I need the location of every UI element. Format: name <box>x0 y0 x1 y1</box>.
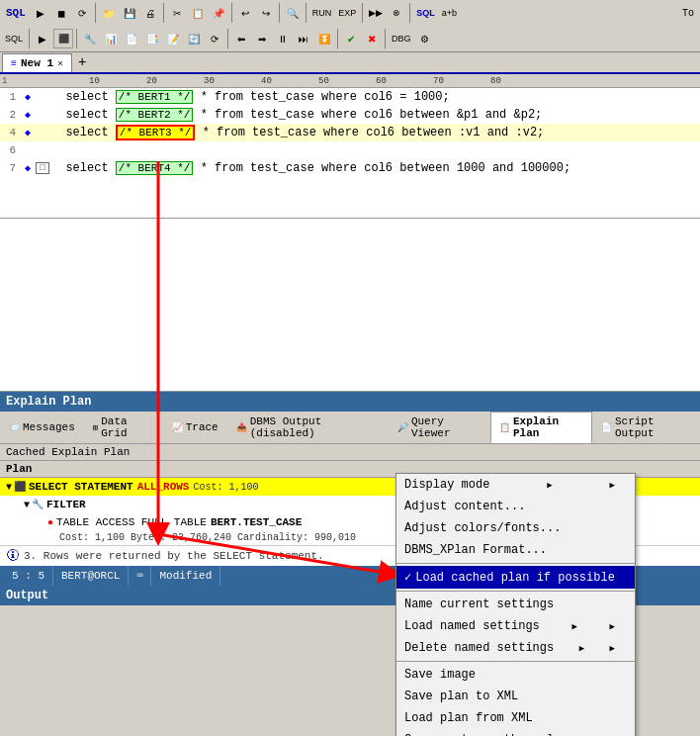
toolbar-btn2-1[interactable]: SQL <box>2 29 26 48</box>
to-label: To <box>682 8 698 19</box>
tab-add-btn[interactable]: + <box>72 52 92 72</box>
sep2 <box>163 3 164 23</box>
toolbar-btn-print[interactable]: 🖨 <box>140 3 160 23</box>
trace-label: Trace <box>186 421 219 433</box>
editor-line-1: 1 ◆ select /* BERT1 */ * from test_case … <box>0 88 700 106</box>
toolbar-btn-disconnect[interactable]: ⊗ <box>387 3 406 23</box>
status-connection: BERT@ORCL <box>53 566 129 586</box>
bert1-comment: /* BERT1 */ <box>116 90 194 104</box>
menu-load-xml-label: Load plan from XML <box>404 711 533 725</box>
editor[interactable]: 1 ◆ select /* BERT1 */ * from test_case … <box>0 88 700 219</box>
toolbar-btn-search[interactable]: 🔍 <box>283 3 303 23</box>
toolbar-btn-undo[interactable]: ↩ <box>235 3 255 23</box>
toolbar-btn-1[interactable]: ▶ <box>31 3 50 23</box>
data-grid-icon: ⊞ <box>93 422 98 433</box>
toolbar-btn-open[interactable]: 📁 <box>99 3 119 23</box>
menu-load-xml[interactable]: Load plan from XML <box>396 707 635 729</box>
menu-display-mode-label: Display mode <box>404 478 489 492</box>
tab-data-grid[interactable]: ⊞ Data Grid <box>84 412 163 443</box>
menu-save-xml-label: Save plan to XML <box>404 690 518 703</box>
toolbar-btn2-rollback[interactable]: ✖ <box>362 29 382 48</box>
tab-bar: ≡ New 1 ✕ + <box>0 52 700 74</box>
ruler-30: 30 <box>204 76 215 86</box>
output-text: Output <box>6 589 48 602</box>
messages-label: Messages <box>23 421 75 433</box>
line-num-1: 1 <box>0 91 20 103</box>
menu-load-cached[interactable]: ✓ Load cached plan if possible <box>396 566 635 589</box>
table-name: BERT.TEST_CASE <box>211 516 302 528</box>
toolbar-btn2-2[interactable]: ⬛ <box>53 29 73 48</box>
menu-load-named-label: Load named settings <box>404 619 540 633</box>
tab-messages[interactable]: 📨 Messages <box>0 417 84 437</box>
tab-explain-plan[interactable]: 📋 Explain Plan <box>490 412 592 443</box>
toolbar-btn-paste[interactable]: 📌 <box>209 3 228 23</box>
line-num-7: 7 <box>0 162 20 174</box>
menu-name-settings[interactable]: Name current settings <box>396 594 635 615</box>
toolbar-btn-2[interactable]: ◼ <box>51 3 71 23</box>
editor-empty-space[interactable] <box>0 219 700 392</box>
sep8 <box>29 29 30 48</box>
toolbar-btn-3[interactable]: ⟳ <box>72 3 92 23</box>
toolbar-btn2-7[interactable]: 📝 <box>163 29 183 48</box>
explain-label: Explain Plan <box>513 415 583 439</box>
plan-expand-1[interactable]: ▼ <box>6 482 12 493</box>
toolbar-btn-redo[interactable]: ↪ <box>256 3 276 23</box>
toolbar-btn2-10[interactable]: ⬅ <box>231 29 251 48</box>
tab-close-btn[interactable]: ✕ <box>57 57 63 69</box>
menu-adjust-colors[interactable]: Adjust colors/fonts... <box>396 517 635 539</box>
explain-plan-header: Explain Plan <box>0 392 700 412</box>
plan-expand-2[interactable]: ▼ <box>24 500 30 510</box>
toolbar-btn2-5[interactable]: 📄 <box>122 29 141 48</box>
ruler-20: 20 <box>146 76 157 86</box>
menu-dbms-xplan[interactable]: DBMS_XPlan Format... <box>396 539 635 561</box>
line-num-6: 6 <box>0 144 20 156</box>
toolbar-btn2-12[interactable]: ⏸ <box>273 29 293 48</box>
toolbar-btn2-11[interactable]: ➡ <box>252 29 272 48</box>
toolbar-btn2-9[interactable]: ⟳ <box>205 29 224 48</box>
toolbar-btn2-6[interactable]: 📑 <box>142 29 162 48</box>
toolbar-btn2-15[interactable]: ⚙ <box>415 29 435 48</box>
tab-label: New 1 <box>21 57 53 69</box>
menu-save-image[interactable]: Save image <box>396 664 635 686</box>
table-icon: ● <box>47 517 53 528</box>
tab-dbms[interactable]: 📤 DBMS Output (disabled) <box>227 412 389 443</box>
line-content-2: select /* BERT2 */ * from test_case wher… <box>49 108 700 122</box>
tab-icon: ≡ <box>11 58 17 69</box>
toolbar-btn-connect[interactable]: ▶▶ <box>366 3 386 23</box>
menu-delete-named[interactable]: Delete named settings ▶ <box>396 637 635 659</box>
toolbar-btn-cut[interactable]: ✂ <box>167 3 187 23</box>
toolbar-btn-save[interactable]: 💾 <box>120 3 139 23</box>
menu-adjust-content[interactable]: Adjust content... <box>396 496 635 517</box>
tab-script-output[interactable]: 📄 Script Output <box>592 412 700 443</box>
toolbar-btn2-commit[interactable]: ✔ <box>341 29 361 48</box>
toolbar-btn2-14[interactable]: ⏬ <box>314 29 334 48</box>
line-dot-7: ◆ <box>20 162 36 174</box>
menu-display-mode[interactable]: Display mode ▶ <box>396 474 635 496</box>
sep12 <box>385 29 386 48</box>
menu-load-named[interactable]: Load named settings ▶ <box>396 615 635 637</box>
tab-new1[interactable]: ≡ New 1 ✕ <box>2 53 72 72</box>
toolbar-btn2-3[interactable]: 🔧 <box>80 29 100 48</box>
tab-query-viewer[interactable]: 🔎 Query Viewer <box>389 412 490 443</box>
sep5 <box>306 3 306 23</box>
toolbar-btn-sql-label[interactable]: SQL <box>413 3 438 23</box>
toolbar-btn2-13[interactable]: ⏭ <box>294 29 313 48</box>
toolbar-btn-explain[interactable]: EXP <box>335 3 359 23</box>
toolbar-btn2-8[interactable]: 🔄 <box>184 29 204 48</box>
toolbar-btn-run[interactable]: RUN <box>309 3 335 23</box>
toolbar-btn-abc[interactable]: a+b <box>439 3 460 23</box>
menu-save-xml[interactable]: Save plan to XML <box>396 686 635 707</box>
toolbar-btn2-run[interactable]: ▶ <box>33 29 52 48</box>
toolbar-btn-copy[interactable]: 📋 <box>188 3 208 23</box>
tab-trace[interactable]: 📈 Trace <box>163 417 227 437</box>
messages-icon: 📨 <box>9 422 20 433</box>
toolbar-btn2-debug[interactable]: DBG <box>389 29 414 48</box>
select-stmt-text: SELECT STATEMENT <box>29 481 133 493</box>
filter-text: FILTER <box>46 499 86 510</box>
line-expand-7: □ <box>36 162 49 174</box>
menu-sep-2 <box>396 591 635 592</box>
line-dot-2: ◆ <box>20 109 36 121</box>
menu-compare[interactable]: Compare to another plan <box>396 729 635 736</box>
toolbar-btn2-4[interactable]: 📊 <box>101 29 121 48</box>
menu-delete-named-arrow: ▶ <box>579 643 584 654</box>
